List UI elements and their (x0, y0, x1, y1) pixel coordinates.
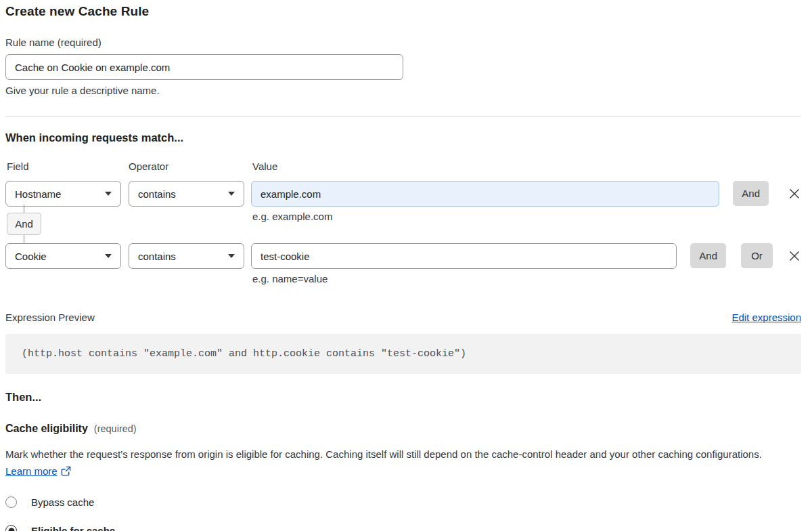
operator-select-value: contains (138, 188, 176, 200)
radio-option-label: Eligible for cache (31, 525, 115, 531)
expression-code: (http.host contains "example.com" and ht… (5, 334, 801, 374)
edit-expression-link[interactable]: Edit expression (731, 312, 801, 323)
radio-option-bypass-cache[interactable]: Bypass cache (5, 496, 801, 508)
cache-eligibility-description: Mark whether the request’s response from… (5, 446, 789, 480)
operator-select[interactable]: contains (129, 243, 244, 269)
operator-select-value: contains (138, 251, 176, 262)
value-hint: e.g. name=value (251, 273, 677, 284)
expression-preview-label: Expression Preview (5, 312, 95, 323)
value-input[interactable] (251, 181, 719, 207)
expression-preview-header: Expression Preview Edit expression (5, 312, 801, 323)
field-select-value: Cookie (15, 251, 47, 262)
remove-condition-button[interactable] (787, 243, 801, 268)
chevron-down-icon (105, 192, 112, 196)
field-column-label: Field (5, 161, 129, 172)
cache-eligibility-heading: Cache eligibility (5, 423, 88, 435)
rule-name-group: Rule name (required) Give your rule a de… (5, 37, 403, 96)
field-select[interactable]: Cookie (5, 243, 121, 269)
connector-line (24, 205, 24, 213)
required-note: (required) (94, 423, 137, 434)
external-link-icon (61, 466, 71, 476)
match-heading: When incoming requests match... (5, 131, 801, 144)
and-connector: And (7, 205, 45, 243)
and-connector-button[interactable]: And (7, 213, 41, 235)
chevron-down-icon (228, 254, 235, 258)
operator-column-label: Operator (129, 161, 251, 172)
field-select[interactable]: Hostname (5, 181, 121, 207)
field-select-value: Hostname (15, 188, 61, 200)
description-text: Mark whether the request’s response from… (5, 448, 762, 460)
radio-selected-icon[interactable] (5, 525, 17, 531)
learn-more-link[interactable]: Learn more (5, 465, 58, 477)
connector-line (24, 235, 24, 243)
radio-option-label: Bypass cache (31, 496, 94, 508)
then-heading: Then... (5, 391, 801, 404)
chevron-down-icon (105, 254, 112, 258)
rule-name-input[interactable] (5, 54, 403, 80)
rule-name-help: Give your rule a descriptive name. (5, 85, 403, 96)
create-cache-rule-form: Create new Cache Rule Rule name (require… (0, 0, 812, 531)
condition-row-2: Cookie contains e.g. name=value And Or (5, 243, 801, 284)
chevron-down-icon (228, 192, 235, 196)
value-hint: e.g. example.com (251, 211, 719, 222)
value-column: e.g. example.com (251, 181, 719, 222)
value-column: e.g. name=value (251, 243, 677, 284)
radio-unselected-icon[interactable] (5, 496, 17, 508)
add-and-condition-button[interactable]: And (733, 181, 769, 206)
page-title: Create new Cache Rule (5, 4, 801, 19)
radio-option-eligible-for-cache[interactable]: Eligible for cache (5, 525, 801, 531)
add-or-condition-button[interactable]: Or (741, 243, 773, 268)
condition-column-labels: Field Operator Value (5, 161, 801, 172)
condition-row-1: Hostname contains e.g. example.com And (5, 181, 801, 222)
operator-select[interactable]: contains (129, 181, 244, 207)
value-input[interactable] (251, 243, 677, 269)
rule-name-label: Rule name (required) (5, 37, 403, 48)
close-icon (788, 188, 800, 200)
remove-condition-button[interactable] (787, 181, 801, 206)
section-divider (5, 116, 801, 116)
value-column-label: Value (251, 161, 801, 172)
add-and-condition-button[interactable]: And (690, 243, 726, 268)
cache-eligibility-header: Cache eligibility (required) (5, 423, 801, 435)
close-icon (788, 250, 800, 262)
